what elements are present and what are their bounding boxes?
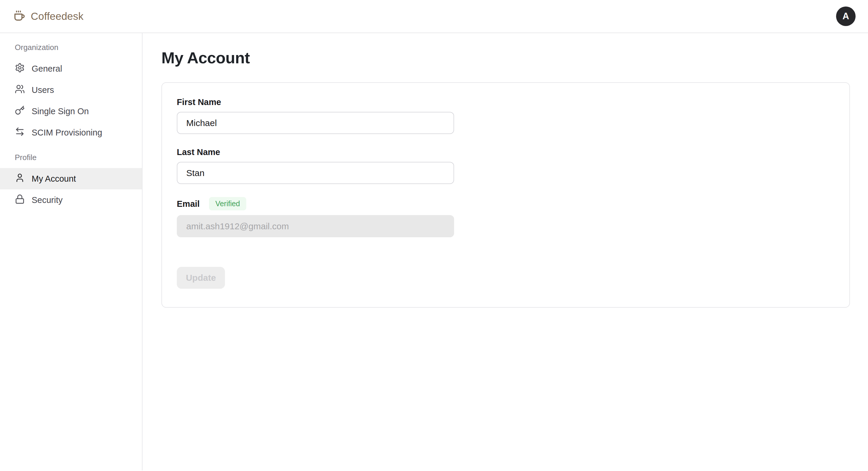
user-icon xyxy=(15,173,25,185)
brand-logo[interactable]: Coffeedesk xyxy=(13,10,83,23)
sidebar-item-single-sign-on[interactable]: Single Sign On xyxy=(0,100,142,122)
sidebar-item-users[interactable]: Users xyxy=(0,79,142,100)
users-icon xyxy=(15,84,25,96)
last-name-input[interactable] xyxy=(177,162,454,184)
lock-icon xyxy=(15,194,25,206)
sidebar-item-label: SCIM Provisioning xyxy=(32,128,102,138)
brand-name: Coffeedesk xyxy=(31,10,83,22)
sidebar-item-security[interactable]: Security xyxy=(0,189,142,211)
sidebar-item-my-account[interactable]: My Account xyxy=(0,168,142,189)
first-name-field-group: First Name xyxy=(177,97,835,134)
sidebar-item-label: Users xyxy=(32,85,54,95)
email-input xyxy=(177,215,454,237)
sidebar-item-label: Security xyxy=(32,195,63,205)
last-name-field-group: Last Name xyxy=(177,147,835,184)
verified-badge: Verified xyxy=(209,197,246,210)
sidebar-item-label: Single Sign On xyxy=(32,107,89,116)
update-button[interactable]: Update xyxy=(177,267,225,289)
sidebar-section-profile: Profile xyxy=(0,151,142,164)
key-icon xyxy=(15,105,25,117)
email-label: Email xyxy=(177,199,199,209)
sidebar-item-scim-provisioning[interactable]: SCIM Provisioning xyxy=(0,122,142,143)
last-name-label: Last Name xyxy=(177,147,835,157)
sidebar-section-organization: Organization xyxy=(0,41,142,54)
main-content: My Account First Name Last Name Email Ve… xyxy=(143,33,868,470)
account-form-card: First Name Last Name Email Verified Upda… xyxy=(161,82,850,308)
gear-icon xyxy=(15,63,25,75)
top-header: Coffeedesk A xyxy=(0,0,868,33)
first-name-label: First Name xyxy=(177,97,835,107)
first-name-input[interactable] xyxy=(177,112,454,134)
sidebar-item-label: My Account xyxy=(32,174,76,184)
email-field-group: Email Verified xyxy=(177,197,835,237)
page-title: My Account xyxy=(161,48,850,67)
avatar[interactable]: A xyxy=(836,6,856,26)
sidebar-item-general[interactable]: General xyxy=(0,58,142,79)
settings-sidebar: Organization General Users xyxy=(0,33,143,470)
sidebar-item-label: General xyxy=(32,64,62,74)
arrows-left-right-icon xyxy=(15,127,25,139)
coffee-cup-icon xyxy=(13,10,26,23)
